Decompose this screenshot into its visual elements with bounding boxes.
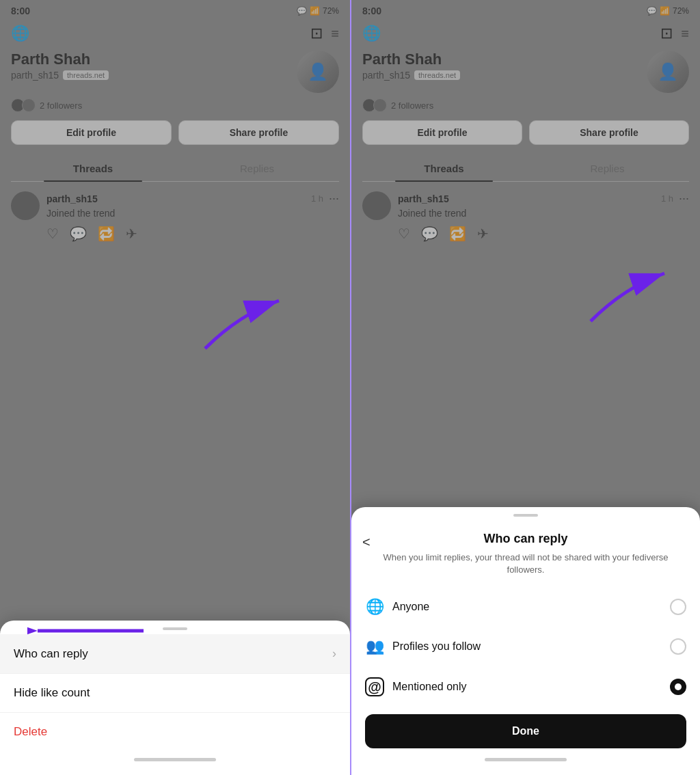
- right-post-text: Joined the trend: [398, 208, 689, 219]
- right-mentioned-icon: @: [365, 677, 384, 696]
- right-post-avatar: [362, 191, 391, 220]
- right-anyone-left: 🌐 Anyone: [365, 598, 429, 616]
- left-hide-like-count-item[interactable]: Hide like count: [0, 674, 350, 713]
- left-post-actions: ♡ 💬 🔁 ✈: [46, 226, 339, 242]
- right-instagram-icon[interactable]: ⊡: [660, 25, 673, 42]
- right-phone-screen: 8:00 💬 📶 72% 🌐 ⊡ ≡ Parth Shah par: [351, 0, 700, 775]
- right-status-bar: 8:00 💬 📶 72%: [351, 0, 700, 19]
- left-thread-post: parth_sh15 1 h ··· Joined the trend ♡ 💬 …: [0, 182, 350, 249]
- left-edit-profile-button[interactable]: Edit profile: [11, 120, 172, 145]
- right-mentioned-left: @ Mentioned only: [365, 677, 467, 696]
- right-done-button[interactable]: Done: [365, 714, 686, 748]
- right-profiles-label: Profiles you follow: [392, 640, 481, 653]
- instagram-icon[interactable]: ⊡: [310, 25, 323, 42]
- right-purple-arrow: [584, 267, 673, 328]
- right-followers-row: 2 followers: [362, 98, 689, 112]
- left-like-icon[interactable]: ♡: [46, 226, 59, 242]
- follower-mini-2: [22, 98, 36, 112]
- whatsapp-icon: 💬: [297, 6, 307, 16]
- right-follower-mini-2: [373, 98, 387, 112]
- left-share-profile-button[interactable]: Share profile: [178, 120, 339, 145]
- right-post-actions: ♡ 💬 🔁 ✈: [398, 226, 689, 242]
- left-status-bar: 8:00 💬 📶 72%: [0, 0, 350, 19]
- left-bottom-sheet: Who can reply › Hide like count Delete: [0, 621, 350, 775]
- right-thread-post: parth_sh15 1 h ··· Joined the trend ♡ 💬 …: [351, 182, 700, 249]
- right-post-meta: 1 h ···: [661, 191, 689, 206]
- right-avatar-image: 👤: [647, 51, 689, 93]
- right-comment-icon[interactable]: 💬: [421, 226, 438, 242]
- left-profile-area: 🌐 ⊡ ≡ Parth Shah parth_sh15 threads.net …: [0, 19, 350, 182]
- right-anyone-option[interactable]: 🌐 Anyone: [351, 587, 700, 627]
- right-tab-threads[interactable]: Threads: [362, 154, 526, 181]
- left-post-content: parth_sh15 1 h ··· Joined the trend ♡ 💬 …: [46, 191, 339, 242]
- left-hide-like-count-label: Hide like count: [14, 686, 90, 700]
- right-share-profile-button[interactable]: Share profile: [529, 120, 689, 145]
- left-post-avatar: [11, 191, 40, 220]
- right-post-header: parth_sh15 1 h ···: [398, 191, 689, 206]
- right-post-menu[interactable]: ···: [679, 191, 689, 206]
- left-post-text: Joined the trend: [46, 208, 339, 219]
- left-comment-icon[interactable]: 💬: [70, 226, 87, 242]
- right-who-can-reply-subtitle: When you limit replies, your thread will…: [351, 552, 700, 587]
- right-mentioned-label: Mentioned only: [392, 681, 467, 693]
- left-share-icon[interactable]: ✈: [126, 226, 137, 242]
- left-phone-screen: 8:00 💬 📶 72% 🌐 ⊡ ≡ Parth Shah par: [0, 0, 350, 775]
- right-post-content: parth_sh15 1 h ··· Joined the trend ♡ 💬 …: [398, 191, 689, 242]
- right-profile-buttons: Edit profile Share profile: [362, 120, 689, 145]
- left-sheet-handle: [163, 627, 187, 630]
- right-status-icons: 💬 📶 72%: [647, 6, 689, 16]
- right-globe-icon[interactable]: 🌐: [362, 25, 381, 42]
- right-followers-count: 2 followers: [391, 100, 433, 111]
- left-arrow-container: [198, 294, 287, 358]
- left-handle-row: parth_sh15 threads.net: [11, 70, 109, 81]
- right-who-can-reply-sheet: < Who can reply When you limit replies, …: [351, 507, 700, 775]
- right-mentioned-option[interactable]: @ Mentioned only: [351, 666, 700, 707]
- left-post-meta: 1 h ···: [311, 191, 339, 206]
- globe-icon[interactable]: 🌐: [11, 25, 29, 42]
- right-profiles-follow-option[interactable]: 👥 Profiles you follow: [351, 627, 700, 666]
- right-profile-info: Parth Shah parth_sh15 threads.net 👤: [362, 51, 689, 93]
- right-anyone-label: Anyone: [392, 601, 429, 613]
- left-avatar-image: 👤: [297, 51, 339, 93]
- right-tab-replies[interactable]: Replies: [526, 154, 689, 181]
- right-repost-icon[interactable]: 🔁: [449, 226, 466, 242]
- right-anyone-icon: 🌐: [365, 598, 384, 616]
- right-edit-profile-button[interactable]: Edit profile: [362, 120, 522, 145]
- left-delete-item[interactable]: Delete: [0, 713, 350, 751]
- left-repost-icon[interactable]: 🔁: [98, 226, 115, 242]
- left-followers-row: 2 followers: [11, 98, 339, 112]
- right-profiles-icon: 👥: [365, 638, 384, 655]
- left-arrow-pointing-left: [27, 614, 150, 648]
- right-like-icon[interactable]: ♡: [398, 226, 410, 242]
- left-post-menu[interactable]: ···: [329, 191, 339, 206]
- left-bottom-indicator: [134, 758, 216, 761]
- right-profiles-radio[interactable]: [670, 638, 686, 655]
- right-handle: parth_sh15: [362, 70, 410, 81]
- right-post-username: parth_sh15: [398, 193, 449, 204]
- left-purple-arrow: [198, 294, 287, 355]
- left-status-icons: 💬 📶 72%: [297, 6, 339, 16]
- left-chevron-icon: ›: [332, 647, 336, 661]
- left-panel: 8:00 💬 📶 72% 🌐 ⊡ ≡ Parth Shah par: [0, 0, 350, 775]
- right-battery-icon: 72%: [673, 6, 689, 16]
- left-profile-text: Parth Shah parth_sh15 threads.net: [11, 51, 109, 81]
- right-arrow-container: [584, 267, 673, 331]
- right-back-button[interactable]: <: [362, 534, 371, 550]
- right-hamburger-icon[interactable]: ≡: [681, 26, 689, 42]
- right-anyone-radio[interactable]: [670, 599, 686, 615]
- left-tab-threads[interactable]: Threads: [11, 154, 175, 181]
- left-tab-replies[interactable]: Replies: [175, 154, 339, 181]
- left-avatar: 👤: [297, 51, 339, 93]
- hamburger-icon[interactable]: ≡: [331, 26, 339, 42]
- right-share-icon[interactable]: ✈: [477, 226, 489, 242]
- right-panel: 8:00 💬 📶 72% 🌐 ⊡ ≡ Parth Shah par: [350, 0, 700, 775]
- right-post-time: 1 h: [661, 193, 673, 204]
- right-follower-avatars: [362, 98, 387, 112]
- left-status-time: 8:00: [11, 5, 30, 16]
- left-handle: parth_sh15: [11, 70, 59, 81]
- left-threads-badge: threads.net: [63, 70, 109, 80]
- battery-icon: 72%: [323, 6, 339, 16]
- left-post-header: parth_sh15 1 h ···: [46, 191, 339, 206]
- right-mentioned-radio[interactable]: [670, 679, 686, 695]
- right-mentioned-radio-inner: [675, 683, 682, 690]
